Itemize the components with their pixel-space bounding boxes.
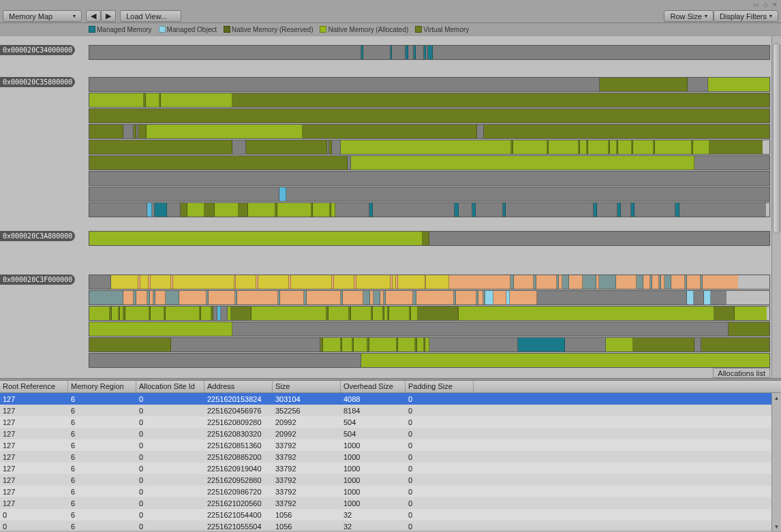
row-size-dropdown[interactable]: Row Size ▾ <box>664 10 713 22</box>
load-view-button[interactable]: Load View... <box>120 10 181 22</box>
memory-segment[interactable] <box>123 125 134 138</box>
memory-segment[interactable] <box>89 338 171 351</box>
memory-segment[interactable] <box>166 307 200 320</box>
memory-segment[interactable] <box>332 140 341 154</box>
memory-segment[interactable] <box>215 203 239 217</box>
memory-segment[interactable] <box>147 203 152 217</box>
memory-segment[interactable] <box>232 93 769 107</box>
memory-segment[interactable] <box>704 291 711 304</box>
memory-segment[interactable] <box>714 307 735 320</box>
memory-segment[interactable] <box>89 232 423 245</box>
memory-segment[interactable] <box>373 307 383 320</box>
memory-segment[interactable] <box>341 140 511 154</box>
memory-segment[interactable] <box>173 275 234 289</box>
memory-row[interactable] <box>89 353 770 368</box>
memory-segment[interactable] <box>342 338 352 351</box>
memory-segment[interactable] <box>580 140 587 154</box>
column-header[interactable]: Size <box>273 381 341 392</box>
memory-row[interactable] <box>89 108 770 123</box>
memory-segment[interactable] <box>89 203 147 217</box>
memory-segment[interactable] <box>231 307 251 320</box>
memory-segment[interactable] <box>89 291 123 304</box>
memory-segment[interactable] <box>459 203 472 217</box>
memory-segment[interactable] <box>323 338 341 351</box>
scroll-up-icon[interactable]: ▲ <box>772 393 781 403</box>
memory-segment[interactable] <box>687 291 694 304</box>
memory-segment[interactable] <box>179 291 206 304</box>
memory-segment[interactable] <box>418 307 459 320</box>
memory-segment[interactable] <box>485 291 493 304</box>
memory-segment[interactable] <box>588 140 609 154</box>
memory-segment[interactable] <box>89 125 123 138</box>
memory-segment[interactable] <box>514 275 534 289</box>
map-scrollbar[interactable] <box>771 36 781 378</box>
memory-segment[interactable] <box>181 203 187 217</box>
memory-segment[interactable] <box>251 307 326 320</box>
memory-segment[interactable] <box>599 275 616 289</box>
memory-segment[interactable] <box>709 140 763 154</box>
memory-segment[interactable] <box>694 291 704 304</box>
memory-segment[interactable] <box>209 291 236 304</box>
table-row[interactable]: 127602251620809280209925040 <box>0 416 781 428</box>
memory-segment[interactable] <box>389 307 410 320</box>
memory-segment[interactable] <box>232 322 729 336</box>
memory-segment[interactable] <box>146 93 159 107</box>
memory-segment[interactable] <box>140 275 149 289</box>
memory-row[interactable] <box>89 171 770 186</box>
memory-segment[interactable] <box>354 338 367 351</box>
memory-segment[interactable] <box>280 291 304 304</box>
column-header[interactable]: Address <box>204 381 273 392</box>
view-dropdown[interactable]: Memory Map ▾ <box>3 10 82 22</box>
memory-segment[interactable] <box>449 275 510 289</box>
table-row[interactable]: 12760225162045697635225681840 <box>0 405 781 416</box>
memory-segment[interactable] <box>477 125 484 138</box>
memory-segment[interactable] <box>166 291 179 304</box>
memory-segment[interactable] <box>735 307 767 320</box>
memory-segment[interactable] <box>423 232 429 245</box>
memory-segment[interactable] <box>411 307 418 320</box>
memory-segment[interactable] <box>89 46 361 59</box>
memory-segment[interactable] <box>89 156 348 170</box>
memory-segment[interactable] <box>711 291 726 304</box>
memory-segment[interactable] <box>536 275 557 289</box>
memory-row[interactable] <box>89 155 770 170</box>
memory-segment[interactable] <box>416 291 454 304</box>
memory-segment[interactable] <box>392 46 405 59</box>
memory-segment[interactable] <box>335 203 369 217</box>
memory-row[interactable] <box>89 140 770 155</box>
table-row[interactable]: 1276022516209528803379210000 <box>0 474 781 486</box>
table-row[interactable]: 1276022516208513603379210000 <box>0 439 781 451</box>
table-row[interactable]: 1276022516209867203379210000 <box>0 486 781 497</box>
column-header[interactable]: Root Reference <box>0 381 68 392</box>
memory-segment[interactable] <box>701 338 769 351</box>
column-header[interactable]: Memory Region <box>68 381 136 392</box>
memory-segment[interactable] <box>361 354 769 367</box>
memory-segment[interactable] <box>416 46 424 59</box>
memory-segment[interactable] <box>694 156 769 170</box>
memory-segment[interactable] <box>703 275 738 289</box>
memory-row[interactable] <box>89 45 770 60</box>
memory-segment[interactable] <box>89 109 769 123</box>
memory-segment[interactable] <box>693 140 709 154</box>
memory-segment[interactable] <box>89 172 769 185</box>
memory-segment[interactable] <box>549 140 579 154</box>
memory-segment[interactable] <box>151 275 171 289</box>
memory-segment[interactable] <box>89 275 111 289</box>
memory-segment[interactable] <box>428 46 433 59</box>
memory-segment[interactable] <box>363 291 370 304</box>
memory-segment[interactable] <box>111 275 138 289</box>
memory-segment[interactable] <box>307 291 341 304</box>
memory-segment[interactable] <box>232 140 246 154</box>
memory-segment[interactable] <box>606 338 633 351</box>
memory-segment[interactable] <box>506 203 594 217</box>
dock-icon[interactable]: ▭ <box>752 1 759 8</box>
memory-segment[interactable] <box>569 275 583 289</box>
memory-row[interactable] <box>89 337 770 352</box>
memory-segment[interactable] <box>634 203 675 217</box>
memory-segment[interactable] <box>537 291 687 304</box>
memory-segment[interactable] <box>616 275 637 289</box>
memory-segment[interactable] <box>597 203 617 217</box>
memory-segment[interactable] <box>246 140 328 154</box>
memory-segment[interactable] <box>277 203 311 217</box>
memory-segment[interactable] <box>633 338 694 351</box>
